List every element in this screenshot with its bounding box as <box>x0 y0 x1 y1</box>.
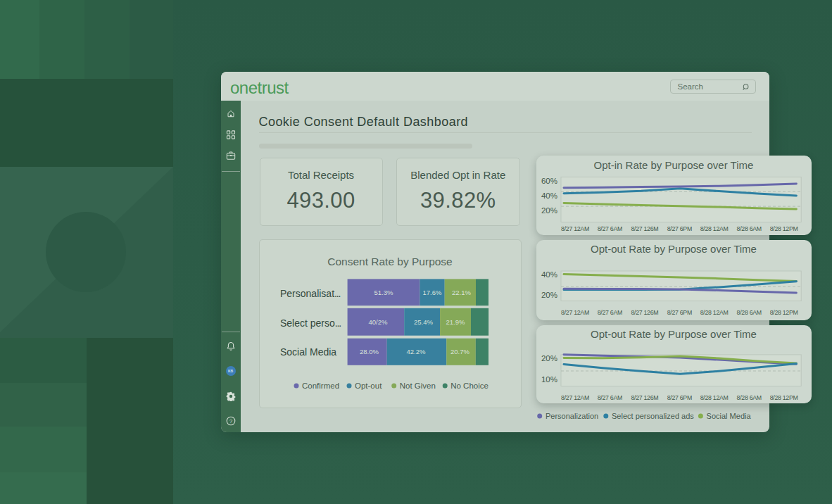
svg-text:Personalization: Personalization <box>546 412 598 420</box>
svg-text:Not Given: Not Given <box>400 382 436 390</box>
svg-text:8/28 12PM: 8/28 12PM <box>770 394 798 401</box>
svg-text:10%: 10% <box>541 375 557 384</box>
svg-text:20%: 20% <box>541 206 557 215</box>
svg-text:25.4%: 25.4% <box>414 318 433 326</box>
svg-text:8/27 6PM: 8/27 6PM <box>667 309 692 316</box>
svg-text:20%: 20% <box>541 291 557 299</box>
svg-text:No Choice: No Choice <box>450 382 489 390</box>
svg-text:42.2%: 42.2% <box>407 348 426 355</box>
svg-text:8/28 6AM: 8/28 6AM <box>737 394 762 401</box>
svg-text:Social Media: Social Media <box>707 412 752 420</box>
svg-text:Select perso...: Select perso... <box>280 317 341 329</box>
svg-text:8/27 6AM: 8/27 6AM <box>598 309 622 316</box>
svg-text:40/2%: 40/2% <box>369 318 388 326</box>
svg-text:8/28 6AM: 8/28 6AM <box>737 309 762 316</box>
svg-text:?: ? <box>229 418 232 424</box>
svg-text:22.1%: 22.1% <box>452 289 471 296</box>
svg-text:8/28 12AM: 8/28 12AM <box>700 309 729 316</box>
svg-text:8/27 12AM: 8/27 12AM <box>561 225 589 232</box>
svg-text:Opt-out Rate by Purpose over T: Opt-out Rate by Purpose over Time <box>591 328 757 340</box>
svg-text:Confirmed: Confirmed <box>302 382 339 390</box>
svg-text:8/27 6AM: 8/27 6AM <box>598 394 622 401</box>
svg-text:8/27 12AM: 8/27 12AM <box>561 309 589 316</box>
svg-text:8/27 126M: 8/27 126M <box>631 394 658 401</box>
svg-text:40%: 40% <box>541 270 557 279</box>
svg-text:Opt-out Rate by Purpose over T: Opt-out Rate by Purpose over Time <box>591 243 757 255</box>
svg-text:8/27 6PM: 8/27 6PM <box>667 394 692 401</box>
svg-text:40%: 40% <box>541 191 557 200</box>
svg-text:20%: 20% <box>541 354 557 363</box>
svg-text:8/27 12AM: 8/27 12AM <box>561 394 589 401</box>
svg-text:51.3%: 51.3% <box>374 289 393 296</box>
svg-text:60%: 60% <box>541 177 557 185</box>
svg-text:8/27 126M: 8/27 126M <box>631 225 658 232</box>
svg-text:Personalisat...: Personalisat... <box>280 288 340 299</box>
svg-text:8/28 12AM: 8/28 12AM <box>700 394 729 401</box>
svg-text:8/28 12PM: 8/28 12PM <box>770 225 798 232</box>
svg-text:21.9%: 21.9% <box>446 318 465 326</box>
svg-text:8/28 6AM: 8/28 6AM <box>737 225 762 232</box>
svg-text:8/28 12PM: 8/28 12PM <box>770 309 798 316</box>
svg-text:Select personalized ads: Select personalized ads <box>612 412 694 420</box>
svg-text:28.0%: 28.0% <box>360 348 379 355</box>
svg-text:20.7%: 20.7% <box>450 348 469 355</box>
svg-text:Opt-out: Opt-out <box>355 382 382 390</box>
svg-text:8/27 6PM: 8/27 6PM <box>667 225 692 232</box>
svg-text:8/27 126M: 8/27 126M <box>631 309 658 316</box>
svg-text:Consent Rate by Purpose: Consent Rate by Purpose <box>327 256 453 267</box>
svg-text:17.6%: 17.6% <box>423 289 442 296</box>
svg-text:8/27 6AM: 8/27 6AM <box>598 225 622 232</box>
svg-text:8/28 12AM: 8/28 12AM <box>700 225 729 232</box>
svg-text:Opt-in Rate by Purpose over Ti: Opt-in Rate by Purpose over Time <box>594 159 754 171</box>
svg-text:Social Media: Social Media <box>280 346 336 358</box>
